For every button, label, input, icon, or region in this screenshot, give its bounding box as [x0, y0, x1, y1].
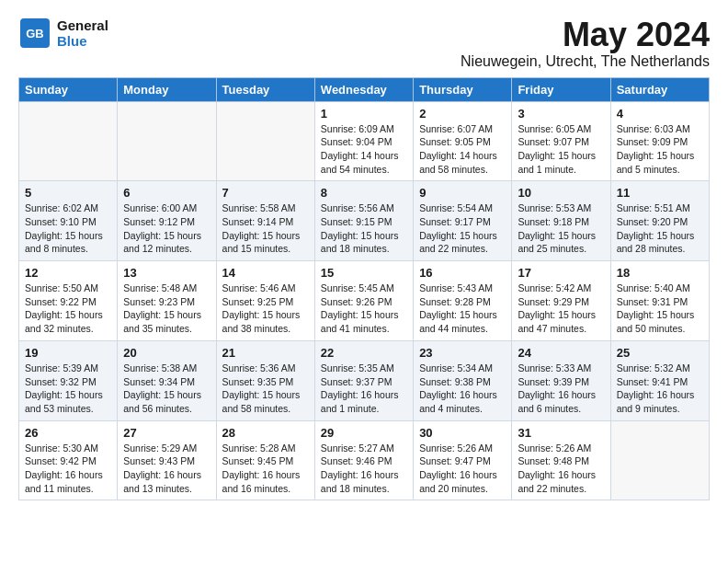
day-info: Sunrise: 5:50 AM Sunset: 9:22 PM Dayligh… — [25, 282, 111, 336]
calendar-cell: 27Sunrise: 5:29 AM Sunset: 9:43 PM Dayli… — [118, 420, 216, 500]
day-number: 21 — [222, 346, 309, 360]
calendar-cell: 22Sunrise: 5:35 AM Sunset: 9:37 PM Dayli… — [314, 340, 413, 420]
day-number: 7 — [222, 186, 309, 200]
day-info: Sunrise: 5:33 AM Sunset: 9:39 PM Dayligh… — [518, 362, 604, 416]
calendar-cell: 7Sunrise: 5:58 AM Sunset: 9:14 PM Daylig… — [216, 181, 314, 261]
calendar-cell: 20Sunrise: 5:38 AM Sunset: 9:34 PM Dayli… — [118, 340, 216, 420]
day-info: Sunrise: 5:45 AM Sunset: 9:26 PM Dayligh… — [321, 282, 407, 336]
day-number: 16 — [419, 266, 506, 280]
day-number: 25 — [617, 346, 703, 360]
calendar-cell: 2Sunrise: 6:07 AM Sunset: 9:05 PM Daylig… — [414, 101, 512, 181]
day-number: 14 — [222, 266, 309, 280]
day-info: Sunrise: 5:43 AM Sunset: 9:28 PM Dayligh… — [419, 282, 506, 336]
day-info: Sunrise: 5:40 AM Sunset: 9:31 PM Dayligh… — [617, 282, 703, 336]
header: GB General Blue May 2024 Nieuwegein, Utr… — [18, 17, 710, 70]
day-info: Sunrise: 6:03 AM Sunset: 9:09 PM Dayligh… — [617, 122, 703, 177]
day-info: Sunrise: 5:38 AM Sunset: 9:34 PM Dayligh… — [123, 362, 210, 416]
calendar-header-row: SundayMondayTuesdayWednesdayThursdayFrid… — [19, 77, 710, 101]
calendar-week-row: 19Sunrise: 5:39 AM Sunset: 9:32 PM Dayli… — [19, 340, 710, 420]
calendar-cell: 9Sunrise: 5:54 AM Sunset: 9:17 PM Daylig… — [414, 181, 512, 261]
page: GB General Blue May 2024 Nieuwegein, Utr… — [0, 0, 728, 517]
day-number: 5 — [25, 186, 111, 200]
header-day-friday: Friday — [512, 77, 610, 101]
day-number: 28 — [222, 426, 309, 440]
header-day-wednesday: Wednesday — [314, 77, 413, 101]
calendar-cell: 15Sunrise: 5:45 AM Sunset: 9:26 PM Dayli… — [314, 261, 413, 341]
day-number: 2 — [419, 107, 506, 121]
calendar-cell — [216, 101, 314, 181]
header-day-sunday: Sunday — [19, 77, 118, 101]
day-number: 17 — [518, 266, 604, 280]
calendar-cell: 30Sunrise: 5:26 AM Sunset: 9:47 PM Dayli… — [414, 420, 512, 500]
calendar-cell: 28Sunrise: 5:28 AM Sunset: 9:45 PM Dayli… — [216, 420, 314, 500]
day-number: 29 — [321, 426, 407, 440]
calendar-cell — [19, 101, 118, 181]
day-info: Sunrise: 5:58 AM Sunset: 9:14 PM Dayligh… — [222, 201, 309, 256]
calendar-week-row: 1Sunrise: 6:09 AM Sunset: 9:04 PM Daylig… — [19, 101, 710, 181]
calendar-cell: 19Sunrise: 5:39 AM Sunset: 9:32 PM Dayli… — [19, 340, 118, 420]
svg-text:GB: GB — [26, 27, 44, 40]
calendar-cell: 23Sunrise: 5:34 AM Sunset: 9:38 PM Dayli… — [414, 340, 512, 420]
logo-icon: GB — [18, 17, 51, 50]
calendar-cell: 25Sunrise: 5:32 AM Sunset: 9:41 PM Dayli… — [610, 340, 709, 420]
day-info: Sunrise: 5:32 AM Sunset: 9:41 PM Dayligh… — [617, 362, 703, 416]
calendar-cell: 4Sunrise: 6:03 AM Sunset: 9:09 PM Daylig… — [610, 101, 709, 181]
calendar-cell: 13Sunrise: 5:48 AM Sunset: 9:23 PM Dayli… — [118, 261, 216, 341]
day-number: 4 — [617, 107, 703, 121]
header-day-saturday: Saturday — [610, 77, 709, 101]
day-info: Sunrise: 5:34 AM Sunset: 9:38 PM Dayligh… — [419, 362, 506, 416]
calendar-cell: 29Sunrise: 5:27 AM Sunset: 9:46 PM Dayli… — [314, 420, 413, 500]
day-number: 24 — [518, 346, 604, 360]
calendar-cell: 10Sunrise: 5:53 AM Sunset: 9:18 PM Dayli… — [512, 181, 610, 261]
calendar-cell: 16Sunrise: 5:43 AM Sunset: 9:28 PM Dayli… — [414, 261, 512, 341]
day-info: Sunrise: 5:27 AM Sunset: 9:46 PM Dayligh… — [321, 442, 407, 496]
day-info: Sunrise: 6:09 AM Sunset: 9:04 PM Dayligh… — [321, 122, 407, 177]
day-info: Sunrise: 5:56 AM Sunset: 9:15 PM Dayligh… — [321, 201, 407, 256]
day-info: Sunrise: 5:39 AM Sunset: 9:32 PM Dayligh… — [25, 362, 111, 416]
calendar-cell: 3Sunrise: 6:05 AM Sunset: 9:07 PM Daylig… — [512, 101, 610, 181]
calendar-week-row: 5Sunrise: 6:02 AM Sunset: 9:10 PM Daylig… — [19, 181, 710, 261]
calendar-week-row: 26Sunrise: 5:30 AM Sunset: 9:42 PM Dayli… — [19, 420, 710, 500]
calendar-cell: 18Sunrise: 5:40 AM Sunset: 9:31 PM Dayli… — [610, 261, 709, 341]
title-block: May 2024 Nieuwegein, Utrecht, The Nether… — [461, 17, 710, 70]
day-number: 13 — [123, 266, 210, 280]
header-day-tuesday: Tuesday — [216, 77, 314, 101]
calendar-week-row: 12Sunrise: 5:50 AM Sunset: 9:22 PM Dayli… — [19, 261, 710, 341]
calendar-cell: 6Sunrise: 6:00 AM Sunset: 9:12 PM Daylig… — [118, 181, 216, 261]
day-info: Sunrise: 5:42 AM Sunset: 9:29 PM Dayligh… — [518, 282, 604, 336]
calendar-cell — [610, 420, 709, 500]
day-number: 15 — [321, 266, 407, 280]
day-info: Sunrise: 6:00 AM Sunset: 9:12 PM Dayligh… — [123, 201, 210, 256]
day-number: 23 — [419, 346, 506, 360]
day-info: Sunrise: 5:46 AM Sunset: 9:25 PM Dayligh… — [222, 282, 309, 336]
calendar-cell — [118, 101, 216, 181]
day-number: 3 — [518, 107, 604, 121]
day-number: 1 — [321, 107, 407, 121]
day-info: Sunrise: 5:36 AM Sunset: 9:35 PM Dayligh… — [222, 362, 309, 416]
day-number: 12 — [25, 266, 111, 280]
calendar-cell: 21Sunrise: 5:36 AM Sunset: 9:35 PM Dayli… — [216, 340, 314, 420]
day-number: 22 — [321, 346, 407, 360]
day-number: 27 — [123, 426, 210, 440]
day-number: 9 — [419, 186, 506, 200]
day-number: 18 — [617, 266, 703, 280]
day-info: Sunrise: 6:05 AM Sunset: 9:07 PM Dayligh… — [518, 122, 604, 177]
day-number: 10 — [518, 186, 604, 200]
header-day-thursday: Thursday — [414, 77, 512, 101]
calendar-cell: 24Sunrise: 5:33 AM Sunset: 9:39 PM Dayli… — [512, 340, 610, 420]
logo-line2: Blue — [57, 33, 108, 49]
header-day-monday: Monday — [118, 77, 216, 101]
calendar-cell: 8Sunrise: 5:56 AM Sunset: 9:15 PM Daylig… — [314, 181, 413, 261]
calendar-cell: 12Sunrise: 5:50 AM Sunset: 9:22 PM Dayli… — [19, 261, 118, 341]
calendar-cell: 17Sunrise: 5:42 AM Sunset: 9:29 PM Dayli… — [512, 261, 610, 341]
day-info: Sunrise: 5:30 AM Sunset: 9:42 PM Dayligh… — [25, 442, 111, 496]
calendar-subtitle: Nieuwegein, Utrecht, The Netherlands — [461, 53, 710, 70]
logo: GB General Blue — [18, 17, 108, 50]
day-number: 19 — [25, 346, 111, 360]
day-number: 20 — [123, 346, 210, 360]
day-number: 30 — [419, 426, 506, 440]
calendar-cell: 14Sunrise: 5:46 AM Sunset: 9:25 PM Dayli… — [216, 261, 314, 341]
day-info: Sunrise: 5:26 AM Sunset: 9:48 PM Dayligh… — [518, 442, 604, 496]
calendar-cell: 31Sunrise: 5:26 AM Sunset: 9:48 PM Dayli… — [512, 420, 610, 500]
day-info: Sunrise: 5:48 AM Sunset: 9:23 PM Dayligh… — [123, 282, 210, 336]
